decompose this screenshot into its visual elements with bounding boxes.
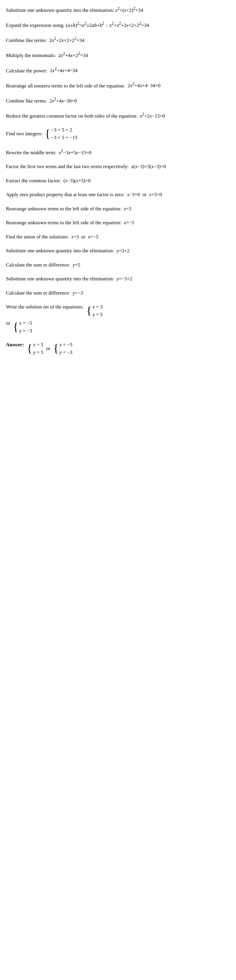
step-15-math: x=−5: [124, 220, 134, 226]
write-solution-or: or: [6, 320, 10, 327]
step-13-text: Apply zero product property that at leas…: [6, 192, 127, 197]
answer-or: or: [46, 345, 50, 352]
step-10: Rewrite the middle term: x2−3x+5x−15=0: [6, 148, 230, 156]
answer-system1: { x = 3 y = 5: [27, 341, 43, 356]
answer-system1-line2: y = 5: [33, 348, 43, 356]
step-4-text: Multiply the monomials:: [6, 52, 59, 58]
write-solution-system2-line1: x = −5: [19, 320, 32, 327]
step-2-text: Expand the expression using (a±b)2=a2±2a…: [6, 22, 109, 28]
step-16-math: x=3 or x=−5: [71, 234, 98, 240]
step-2-math: x2+x2+2x×2+22=34: [109, 22, 149, 28]
step-14: Rearrange unknown terms to the left side…: [6, 205, 230, 213]
brace-line-1: −3 + 5 = 2: [51, 126, 77, 134]
step-18-math: y=5: [73, 262, 80, 268]
step-1: Substitute one unknown quantity into the…: [6, 5, 230, 14]
step-4: Multiply the monomials: 2x2+4x+22=34: [6, 51, 230, 59]
answer-system1-line1: x = 3: [33, 341, 43, 348]
step-20-text: Calculate the sum or difference:: [6, 290, 73, 296]
step-13: Apply zero product property that at leas…: [6, 191, 230, 199]
write-solution-label: Write the solution set of the equations:: [6, 303, 84, 311]
step-1-text: Substitute one unknown quantity into the…: [6, 7, 116, 13]
step-9: Find two integers: { −3 + 5 = 2 −3 × 5 =…: [6, 126, 230, 141]
write-solution-system2: { x = −5 y = −3: [13, 320, 32, 334]
write-solution-system1: { x = 3 y = 5: [86, 303, 103, 318]
step-16: Find the union of the solutions: x=3 or …: [6, 233, 230, 241]
step-15: Rearrange unknown terms to the left side…: [6, 219, 230, 227]
step-17-math: y=3+2: [117, 248, 130, 253]
step-6: Rearrange all nonzero terms to the left …: [6, 81, 230, 89]
step-20: Calculate the sum or difference: y=−3: [6, 289, 230, 297]
step-19-text: Substitute one unknown quantity into the…: [6, 276, 117, 282]
step-8-text: Reduce the greatest common factor on bot…: [6, 113, 140, 119]
step-11: Factor the first two terms and the last …: [6, 163, 230, 170]
answer-label: Answer:: [6, 341, 24, 348]
write-solution-system2-line2: y = −3: [19, 327, 32, 335]
step-14-text: Rearrange unknown terms to the left side…: [6, 206, 124, 212]
step-6-math: 2x2+4x+4−34=0: [128, 83, 161, 88]
step-11-math: x(x−3)+5(x−3)=0: [131, 164, 166, 169]
step-13-math: x−3=0 or x+5=0: [127, 192, 162, 197]
step-8-math: x2+2x−15=0: [140, 113, 165, 119]
step-17-text: Substitute one unknown quantity into the…: [6, 248, 117, 253]
step-7-text: Combine like terms:: [6, 98, 49, 104]
step-7: Combine like terms: 2x2+4x−30=0: [6, 96, 230, 105]
step-15-text: Rearrange unknown terms to the left side…: [6, 220, 124, 226]
step-3-math: 2x2+2x×2+22=34: [49, 38, 84, 43]
step-3-text: Combine like terms:: [6, 38, 49, 43]
step-19: Substitute one unknown quantity into the…: [6, 275, 230, 283]
step-5-math: 2x2+4x+4=34: [50, 68, 77, 73]
step-10-text: Rewrite the middle term:: [6, 150, 59, 155]
write-solution-system1-line1: x = 3: [93, 303, 103, 311]
step-17: Substitute one unknown quantity into the…: [6, 247, 230, 255]
step-5-text: Calculate the power:: [6, 68, 50, 73]
answer-system2: { x = −5 y = −3: [54, 341, 73, 356]
step-2: Expand the expression using (a±b)2=a2±2a…: [6, 21, 230, 29]
step-8: Reduce the greatest common factor on bot…: [6, 111, 230, 120]
step-6-text: Rearrange all nonzero terms to the left …: [6, 83, 128, 88]
answer-system2-line1: x = −5: [60, 341, 73, 348]
step-16-text: Find the union of the solutions:: [6, 234, 71, 240]
step-12: Extract the common factor: (x−3)(x+5)=0: [6, 177, 230, 185]
step-11-text: Factor the first two terms and the last …: [6, 164, 131, 169]
step-9-text: Find two integers:: [6, 130, 45, 138]
step-1-math: x2+(x+2)2=34: [116, 7, 143, 13]
step-4-math: 2x2+4x+22=34: [59, 52, 88, 58]
answer-system2-line2: y = −3: [60, 348, 73, 356]
step-20-math: y=−3: [73, 290, 83, 296]
step-3: Combine like terms: 2x2+2x×2+22=34: [6, 35, 230, 44]
step-19-math: y=−5+2: [117, 276, 132, 282]
step-18: Calculate the sum or difference: y=5: [6, 261, 230, 269]
write-solution-system1-line2: y = 5: [93, 311, 103, 318]
step-7-math: 2x2+4x−30=0: [49, 98, 77, 104]
step-12-math: (x−3)(x+5)=0: [63, 178, 90, 183]
brace-line-2: −3 × 5 = −15: [51, 134, 77, 142]
step-18-text: Calculate the sum or difference:: [6, 262, 73, 268]
step-10-math: x2−3x+5x−15=0: [59, 150, 92, 155]
step-9-brace: { −3 + 5 = 2 −3 × 5 = −15: [45, 126, 77, 141]
step-12-text: Extract the common factor:: [6, 178, 63, 183]
write-solution-step: Write the solution set of the equations:…: [6, 303, 230, 334]
step-14-math: x=3: [124, 206, 131, 212]
step-5: Calculate the power: 2x2+4x+4=34: [6, 66, 230, 75]
answer-step: Answer: { x = 3 y = 5 or { x = −5 y = −3: [6, 341, 230, 356]
